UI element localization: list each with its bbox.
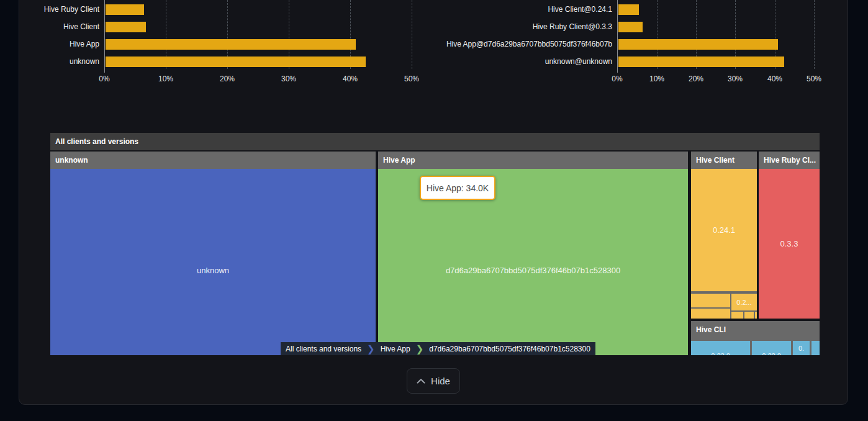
- x-tick: 20%: [677, 75, 715, 83]
- bar-hive-client-0241[interactable]: [618, 4, 639, 15]
- treemap-cell-client-minor[interactable]: [691, 294, 730, 307]
- category-label: Hive App: [0, 39, 99, 50]
- bar-unknown[interactable]: [106, 57, 366, 67]
- treemap-section-hive-ruby-client: Hive Ruby Cl... 0.3.3: [759, 152, 820, 319]
- x-tick: 30%: [270, 75, 307, 83]
- breadcrumb-item-root[interactable]: All clients and versions: [281, 342, 366, 355]
- breadcrumb-item-hash[interactable]: d7d6a29ba6707bbd5075df376f46b07b1c528300: [424, 342, 595, 355]
- category-label: Hive Client: [0, 22, 99, 32]
- treemap-cell-client-minor[interactable]: [731, 312, 743, 319]
- section-header-hive-client[interactable]: Hive Client: [691, 152, 757, 169]
- x-tick: 0%: [599, 75, 636, 83]
- section-header-unknown[interactable]: unknown: [50, 152, 376, 169]
- treemap-all-clients: All clients and versions unknown unknown…: [50, 133, 820, 355]
- treemap-breadcrumb: All clients and versions ❯ Hive App ❯ d7…: [281, 342, 595, 355]
- treemap-title[interactable]: All clients and versions: [50, 133, 820, 150]
- chevron-up-icon: [417, 378, 425, 384]
- bar-hive-ruby-033[interactable]: [618, 22, 643, 32]
- category-label: Hive App@d7d6a29ba6707bbd5075df376f46b07…: [373, 39, 612, 50]
- treemap-cell-client-minor[interactable]: [691, 309, 730, 319]
- hide-button-label: Hide: [431, 376, 450, 386]
- treemap-cell-cli-3[interactable]: 0.: [793, 341, 810, 355]
- bar-hive-app-hash[interactable]: [618, 39, 778, 50]
- section-header-hive-app[interactable]: Hive App: [378, 152, 688, 169]
- hive-client-cells: 0.24.1 0.2...: [691, 169, 757, 319]
- treemap-cell-cli-2[interactable]: 0.22.0: [752, 341, 791, 355]
- section-header-hive-ruby-client[interactable]: Hive Ruby Cl...: [759, 152, 820, 169]
- hide-button[interactable]: Hide: [407, 368, 460, 394]
- x-tick: 30%: [717, 75, 754, 83]
- x-tick: 40%: [756, 75, 793, 83]
- x-tick: 10%: [147, 75, 184, 83]
- chevron-right-icon: ❯: [415, 342, 425, 355]
- hive-cli-cells: 0.23.0 0.22.0 0.: [691, 338, 820, 355]
- treemap-tooltip: Hive App: 34.0K: [420, 176, 495, 200]
- breadcrumb-item-hive-app[interactable]: Hive App: [376, 342, 415, 355]
- bar-hive-app[interactable]: [106, 39, 356, 50]
- treemap-section-hive-cli: Hive CLI 0.23.0 0.22.0 0.: [691, 321, 820, 355]
- category-label: unknown@unknown: [373, 57, 612, 67]
- category-label: Hive Ruby Client: [0, 4, 99, 15]
- dashboard-screen: Hive Ruby Client Hive Client Hive App un…: [0, 0, 868, 421]
- x-tick: 20%: [209, 75, 246, 83]
- section-header-hive-cli[interactable]: Hive CLI: [691, 321, 820, 338]
- treemap-cell-client-minor[interactable]: [744, 312, 754, 319]
- treemap-cell-033[interactable]: 0.3.3: [759, 169, 820, 319]
- category-label: Hive Client@0.24.1: [373, 4, 612, 15]
- treemap-section-unknown: unknown unknown: [50, 152, 376, 355]
- y-axis-line: [617, 0, 618, 73]
- bar-hive-client[interactable]: [106, 22, 146, 32]
- x-tick: 0%: [86, 75, 123, 83]
- bar-hive-ruby-client[interactable]: [106, 4, 144, 15]
- y-axis-line: [104, 0, 105, 73]
- gridline: [814, 0, 815, 69]
- treemap-cell-client-minor[interactable]: [755, 312, 757, 319]
- x-tick: 40%: [332, 75, 369, 83]
- treemap-section-hive-client: Hive Client 0.24.1 0.2...: [691, 152, 757, 319]
- x-tick: 50%: [393, 75, 430, 83]
- treemap-cell-cli-4[interactable]: [811, 341, 820, 355]
- x-tick: 10%: [638, 75, 676, 83]
- treemap-cell-0241[interactable]: 0.24.1: [691, 169, 757, 291]
- treemap-cell-02x[interactable]: 0.2...: [731, 294, 757, 310]
- bar-unknown-unknown[interactable]: [618, 57, 784, 67]
- category-label: Hive Ruby Client@0.3.3: [373, 22, 612, 32]
- treemap-cell-unknown[interactable]: unknown: [50, 169, 376, 355]
- x-tick: 50%: [795, 75, 833, 83]
- treemap-cell-cli-1[interactable]: 0.23.0: [691, 341, 750, 355]
- chevron-right-icon: ❯: [366, 342, 376, 355]
- category-label: unknown: [0, 57, 99, 67]
